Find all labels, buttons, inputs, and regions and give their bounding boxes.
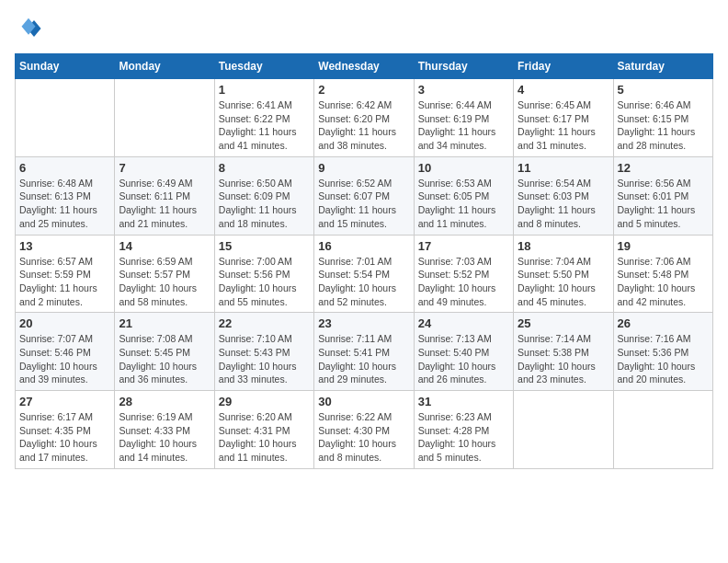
day-number: 22: [219, 316, 310, 330]
day-info: Sunrise: 6:22 AM Sunset: 4:30 PM Dayligh…: [318, 410, 409, 465]
day-number: 1: [219, 83, 310, 97]
calendar-cell: 29Sunrise: 6:20 AM Sunset: 4:31 PM Dayli…: [214, 391, 313, 469]
day-number: 19: [618, 239, 709, 253]
calendar-cell: 6Sunrise: 6:48 AM Sunset: 6:13 PM Daylig…: [16, 156, 115, 235]
calendar-week-row: 13Sunrise: 6:57 AM Sunset: 5:59 PM Dayli…: [16, 235, 713, 313]
calendar-cell: 20Sunrise: 7:07 AM Sunset: 5:46 PM Dayli…: [16, 313, 115, 391]
day-info: Sunrise: 6:49 AM Sunset: 6:11 PM Dayligh…: [119, 177, 210, 231]
calendar-cell: 17Sunrise: 7:03 AM Sunset: 5:52 PM Dayli…: [414, 235, 513, 313]
calendar-cell: 7Sunrise: 6:49 AM Sunset: 6:11 PM Daylig…: [115, 156, 214, 235]
day-number: 23: [318, 316, 409, 330]
day-number: 21: [119, 316, 210, 330]
calendar-week-row: 6Sunrise: 6:48 AM Sunset: 6:13 PM Daylig…: [16, 156, 713, 235]
day-of-week-header: Wednesday: [314, 54, 414, 79]
day-number: 16: [318, 239, 409, 253]
day-info: Sunrise: 6:50 AM Sunset: 6:09 PM Dayligh…: [219, 177, 310, 231]
calendar-cell: 19Sunrise: 7:06 AM Sunset: 5:48 PM Dayli…: [613, 235, 712, 313]
day-info: Sunrise: 7:14 AM Sunset: 5:38 PM Dayligh…: [518, 332, 609, 386]
day-number: 11: [518, 161, 609, 175]
calendar-cell: 26Sunrise: 7:16 AM Sunset: 5:36 PM Dayli…: [613, 313, 712, 391]
day-info: Sunrise: 6:20 AM Sunset: 4:31 PM Dayligh…: [219, 410, 310, 465]
day-number: 20: [19, 316, 110, 330]
day-of-week-header: Thursday: [414, 54, 513, 79]
day-number: 9: [318, 161, 409, 175]
calendar-cell: 8Sunrise: 6:50 AM Sunset: 6:09 PM Daylig…: [214, 156, 313, 235]
day-info: Sunrise: 6:52 AM Sunset: 6:07 PM Dayligh…: [318, 177, 409, 231]
calendar-header-row: SundayMondayTuesdayWednesdayThursdayFrid…: [16, 54, 713, 79]
calendar-table: SundayMondayTuesdayWednesdayThursdayFrid…: [15, 53, 713, 469]
calendar-week-row: 27Sunrise: 6:17 AM Sunset: 4:35 PM Dayli…: [16, 391, 713, 469]
day-info: Sunrise: 6:48 AM Sunset: 6:13 PM Dayligh…: [19, 177, 110, 231]
calendar-week-row: 1Sunrise: 6:41 AM Sunset: 6:22 PM Daylig…: [16, 79, 713, 157]
calendar-cell: 13Sunrise: 6:57 AM Sunset: 5:59 PM Dayli…: [16, 235, 115, 313]
day-info: Sunrise: 7:16 AM Sunset: 5:36 PM Dayligh…: [618, 332, 709, 386]
calendar-cell: 11Sunrise: 6:54 AM Sunset: 6:03 PM Dayli…: [514, 156, 613, 235]
day-info: Sunrise: 7:10 AM Sunset: 5:43 PM Dayligh…: [219, 332, 310, 386]
day-info: Sunrise: 6:56 AM Sunset: 6:01 PM Dayligh…: [618, 177, 709, 231]
day-of-week-header: Sunday: [16, 54, 115, 79]
calendar-cell: 30Sunrise: 6:22 AM Sunset: 4:30 PM Dayli…: [314, 391, 414, 469]
calendar-cell: [613, 391, 712, 469]
day-info: Sunrise: 7:08 AM Sunset: 5:45 PM Dayligh…: [119, 332, 210, 386]
day-of-week-header: Friday: [514, 54, 613, 79]
day-number: 15: [219, 239, 310, 253]
day-info: Sunrise: 6:44 AM Sunset: 6:19 PM Dayligh…: [418, 98, 509, 153]
day-info: Sunrise: 6:42 AM Sunset: 6:20 PM Dayligh…: [318, 98, 409, 153]
day-info: Sunrise: 7:11 AM Sunset: 5:41 PM Dayligh…: [318, 332, 409, 386]
day-number: 14: [119, 239, 210, 253]
calendar-cell: 25Sunrise: 7:14 AM Sunset: 5:38 PM Dayli…: [514, 313, 613, 391]
day-number: 6: [19, 161, 110, 175]
day-info: Sunrise: 7:00 AM Sunset: 5:56 PM Dayligh…: [219, 255, 310, 309]
day-info: Sunrise: 6:59 AM Sunset: 5:57 PM Dayligh…: [119, 255, 210, 309]
calendar-cell: 23Sunrise: 7:11 AM Sunset: 5:41 PM Dayli…: [314, 313, 414, 391]
calendar-cell: 9Sunrise: 6:52 AM Sunset: 6:07 PM Daylig…: [314, 156, 414, 235]
day-info: Sunrise: 7:03 AM Sunset: 5:52 PM Dayligh…: [418, 255, 509, 309]
logo: [15, 15, 46, 42]
day-number: 27: [19, 395, 110, 408]
day-number: 3: [418, 83, 509, 97]
calendar-cell: [115, 79, 214, 157]
calendar-body: 1Sunrise: 6:41 AM Sunset: 6:22 PM Daylig…: [16, 79, 713, 469]
day-info: Sunrise: 7:01 AM Sunset: 5:54 PM Dayligh…: [318, 255, 409, 309]
day-info: Sunrise: 6:57 AM Sunset: 5:59 PM Dayligh…: [19, 255, 110, 309]
day-number: 25: [518, 316, 609, 330]
day-info: Sunrise: 6:41 AM Sunset: 6:22 PM Dayligh…: [219, 98, 310, 153]
day-number: 4: [518, 83, 609, 97]
calendar-cell: 3Sunrise: 6:44 AM Sunset: 6:19 PM Daylig…: [414, 79, 513, 157]
day-info: Sunrise: 7:13 AM Sunset: 5:40 PM Dayligh…: [418, 332, 509, 386]
day-info: Sunrise: 7:04 AM Sunset: 5:50 PM Dayligh…: [518, 255, 609, 309]
day-info: Sunrise: 6:19 AM Sunset: 4:33 PM Dayligh…: [119, 410, 210, 465]
calendar-cell: 14Sunrise: 6:59 AM Sunset: 5:57 PM Dayli…: [115, 235, 214, 313]
calendar-cell: 28Sunrise: 6:19 AM Sunset: 4:33 PM Dayli…: [115, 391, 214, 469]
calendar-cell: 24Sunrise: 7:13 AM Sunset: 5:40 PM Dayli…: [414, 313, 513, 391]
day-of-week-header: Monday: [115, 54, 214, 79]
calendar-cell: 5Sunrise: 6:46 AM Sunset: 6:15 PM Daylig…: [613, 79, 712, 157]
day-number: 5: [618, 83, 709, 97]
calendar-cell: 21Sunrise: 7:08 AM Sunset: 5:45 PM Dayli…: [115, 313, 214, 391]
day-info: Sunrise: 6:45 AM Sunset: 6:17 PM Dayligh…: [518, 98, 609, 153]
day-info: Sunrise: 6:46 AM Sunset: 6:15 PM Dayligh…: [618, 98, 709, 153]
day-number: 12: [618, 161, 709, 175]
day-number: 30: [318, 395, 409, 408]
day-of-week-header: Saturday: [613, 54, 712, 79]
day-number: 31: [418, 395, 509, 408]
calendar-week-row: 20Sunrise: 7:07 AM Sunset: 5:46 PM Dayli…: [16, 313, 713, 391]
day-info: Sunrise: 6:17 AM Sunset: 4:35 PM Dayligh…: [19, 410, 110, 465]
day-number: 17: [418, 239, 509, 253]
day-number: 29: [219, 395, 310, 408]
day-info: Sunrise: 6:23 AM Sunset: 4:28 PM Dayligh…: [418, 410, 509, 465]
day-number: 24: [418, 316, 509, 330]
calendar-cell: 2Sunrise: 6:42 AM Sunset: 6:20 PM Daylig…: [314, 79, 414, 157]
day-number: 26: [618, 316, 709, 330]
calendar-cell: [16, 79, 115, 157]
calendar-cell: 31Sunrise: 6:23 AM Sunset: 4:28 PM Dayli…: [414, 391, 513, 469]
calendar-cell: 10Sunrise: 6:53 AM Sunset: 6:05 PM Dayli…: [414, 156, 513, 235]
day-number: 13: [19, 239, 110, 253]
day-number: 28: [119, 395, 210, 408]
day-number: 18: [518, 239, 609, 253]
calendar-cell: 22Sunrise: 7:10 AM Sunset: 5:43 PM Dayli…: [214, 313, 313, 391]
day-number: 10: [418, 161, 509, 175]
day-info: Sunrise: 6:53 AM Sunset: 6:05 PM Dayligh…: [418, 177, 509, 231]
day-number: 7: [119, 161, 210, 175]
day-of-week-header: Tuesday: [214, 54, 313, 79]
